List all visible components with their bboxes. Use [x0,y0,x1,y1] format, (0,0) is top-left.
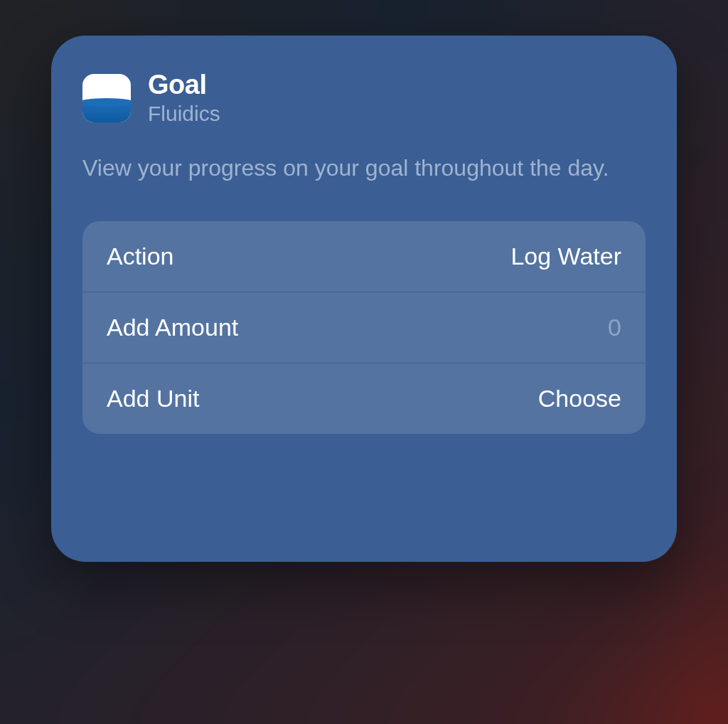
option-label: Add Unit [107,385,199,412]
option-label: Add Amount [107,314,238,341]
header-text-group: Goal Fluidics [148,70,220,126]
option-row-add-amount[interactable]: Add Amount 0 [82,292,646,363]
option-value: Log Water [510,243,621,270]
option-label: Action [107,243,174,270]
options-list: Action Log Water Add Amount 0 Add Unit C… [82,221,646,434]
option-row-add-unit[interactable]: Add Unit Choose [82,363,646,434]
widget-header: Goal Fluidics [82,70,646,126]
widget-title: Goal [148,70,220,100]
widget-description: View your progress on your goal througho… [82,151,646,184]
widget-configuration-card: Goal Fluidics View your progress on your… [51,36,677,562]
water-wave-icon [82,102,131,122]
app-icon [82,74,131,122]
option-value: 0 [608,314,621,341]
option-value: Choose [538,385,621,412]
option-row-action[interactable]: Action Log Water [82,221,646,292]
app-name-label: Fluidics [148,102,220,126]
